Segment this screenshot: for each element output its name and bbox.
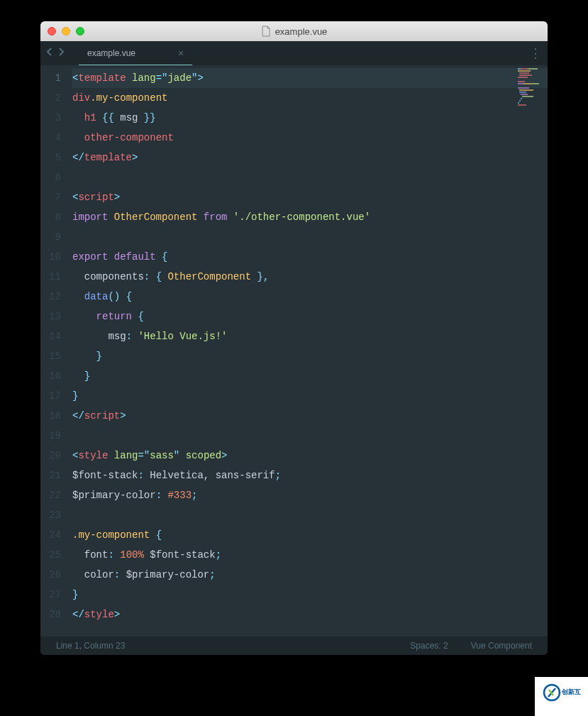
file-icon <box>261 26 271 37</box>
code-line <box>72 167 548 187</box>
cursor-position[interactable]: Line 1, Column 23 <box>56 641 125 651</box>
code-line: color: $primary-color; <box>72 565 548 585</box>
watermark-logo: 创新互联 <box>535 677 588 716</box>
code-area[interactable]: <template lang="jade"> div.my-component … <box>72 65 548 637</box>
line-number[interactable]: 25 <box>40 545 72 565</box>
tab-example-vue[interactable]: example.vue × <box>79 41 192 65</box>
line-number[interactable]: 17 <box>40 386 72 406</box>
code-line: </template> <box>72 148 548 167</box>
tab-menu-button[interactable]: ⋮ <box>529 45 542 61</box>
tab-close-button[interactable]: × <box>178 48 184 59</box>
line-number[interactable]: 20 <box>40 446 72 466</box>
gutter: 1234567891011121314151617181920212223242… <box>40 65 72 637</box>
syntax-mode[interactable]: Vue Component <box>471 641 532 651</box>
titlebar: example.vue <box>40 21 548 41</box>
code-line: msg: 'Hello Vue.js!' <box>72 326 548 346</box>
code-line: data() { <box>72 287 548 307</box>
nav-back-button[interactable] <box>46 47 53 60</box>
line-number[interactable]: 21 <box>40 466 72 485</box>
code-line: $primary-color: #333; <box>72 485 548 505</box>
statusbar: Line 1, Column 23 Spaces: 2 Vue Componen… <box>40 637 548 655</box>
window-title: example.vue <box>261 26 328 37</box>
nav-arrows <box>46 47 65 60</box>
code-line: <template lang="jade"> <box>72 68 548 88</box>
code-line <box>72 505 548 525</box>
code-line: } <box>72 386 548 406</box>
editor-body: 1234567891011121314151617181920212223242… <box>40 65 548 637</box>
line-number[interactable]: 10 <box>40 247 72 267</box>
line-number[interactable]: 18 <box>40 406 72 426</box>
line-number[interactable]: 12 <box>40 287 72 307</box>
code-line: </style> <box>72 605 548 624</box>
code-line: } <box>72 346 548 366</box>
line-number[interactable]: 27 <box>40 585 72 605</box>
maximize-window-button[interactable] <box>76 27 84 35</box>
minimize-window-button[interactable] <box>62 27 70 35</box>
line-number[interactable]: 19 <box>40 426 72 446</box>
line-number[interactable]: 4 <box>40 128 72 148</box>
code-line: <script> <box>72 187 548 207</box>
line-number[interactable]: 22 <box>40 485 72 505</box>
code-line: other-component <box>72 128 548 148</box>
line-number[interactable]: 9 <box>40 227 72 247</box>
line-number[interactable]: 7 <box>40 187 72 207</box>
line-number[interactable]: 28 <box>40 605 72 624</box>
line-number[interactable]: 26 <box>40 565 72 585</box>
nav-forward-button[interactable] <box>57 47 65 60</box>
line-number[interactable]: 15 <box>40 346 72 366</box>
line-number[interactable]: 13 <box>40 307 72 326</box>
code-line: export default { <box>72 247 548 267</box>
code-line: components: { OtherComponent }, <box>72 267 548 287</box>
code-line: } <box>72 585 548 605</box>
code-line: } <box>72 366 548 386</box>
line-number[interactable]: 5 <box>40 148 72 167</box>
line-number[interactable]: 24 <box>40 525 72 545</box>
traffic-lights <box>48 27 84 35</box>
line-number[interactable]: 23 <box>40 505 72 525</box>
line-number[interactable]: 6 <box>40 167 72 187</box>
line-number[interactable]: 16 <box>40 366 72 386</box>
minimap[interactable] <box>518 68 545 111</box>
line-number[interactable]: 3 <box>40 108 72 128</box>
code-line: $font-stack: Helvetica, sans-serif; <box>72 466 548 485</box>
close-window-button[interactable] <box>48 27 56 35</box>
code-line: </script> <box>72 406 548 426</box>
line-number[interactable]: 8 <box>40 207 72 227</box>
code-line: import OtherComponent from './other-comp… <box>72 207 548 227</box>
window-title-text: example.vue <box>275 26 328 37</box>
svg-text:创新互联: 创新互联 <box>561 688 581 695</box>
line-number[interactable]: 1 <box>40 68 72 88</box>
code-line: div.my-component <box>72 88 548 108</box>
tabbar: example.vue × ⋮ <box>40 41 548 65</box>
code-line: <style lang="sass" scoped> <box>72 446 548 466</box>
editor-window: example.vue example.vue × ⋮ 123456789101… <box>40 21 548 655</box>
code-line: h1 {{ msg }} <box>72 108 548 128</box>
code-line: return { <box>72 307 548 326</box>
indent-setting[interactable]: Spaces: 2 <box>410 641 448 651</box>
tab-label: example.vue <box>87 48 135 58</box>
line-number[interactable]: 11 <box>40 267 72 287</box>
line-number[interactable]: 2 <box>40 88 72 108</box>
code-line: font: 100% $font-stack; <box>72 545 548 565</box>
code-line <box>72 426 548 446</box>
code-line <box>72 227 548 247</box>
code-line: .my-component { <box>72 525 548 545</box>
line-number[interactable]: 14 <box>40 326 72 346</box>
